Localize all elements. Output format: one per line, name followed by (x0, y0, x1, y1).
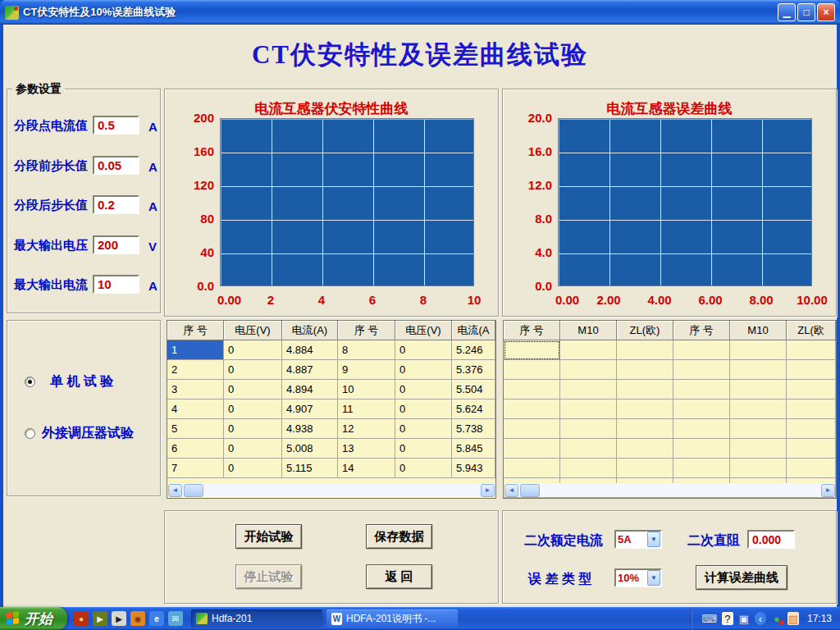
table-cell[interactable]: 5.246 (452, 340, 495, 360)
table-cell[interactable] (787, 419, 836, 439)
table-cell[interactable] (617, 399, 673, 419)
table-cell[interactable]: 0 (395, 419, 452, 439)
table-cell[interactable] (560, 360, 617, 380)
table-cell[interactable] (560, 439, 617, 459)
column-header[interactable]: 电压(V) (395, 321, 452, 340)
table-cell[interactable]: 0 (224, 439, 282, 459)
table-cell[interactable]: 2 (167, 360, 224, 380)
table-cell[interactable] (730, 399, 787, 419)
table-cell[interactable] (504, 380, 560, 399)
table-cell[interactable] (560, 399, 617, 419)
table-cell[interactable] (673, 380, 730, 399)
table-cell[interactable] (560, 380, 617, 399)
start-test-button[interactable]: 开始试验 (235, 524, 302, 549)
column-header[interactable]: 电压(V) (224, 321, 282, 340)
table-cell[interactable] (617, 380, 673, 399)
table-cell[interactable]: 5.845 (452, 439, 495, 459)
start-button[interactable]: 开始 (0, 607, 67, 630)
table-cell[interactable] (673, 399, 730, 419)
table-cell[interactable] (617, 419, 673, 439)
table-cell[interactable]: 0 (224, 419, 282, 439)
table-cell[interactable] (787, 360, 836, 380)
table-cell[interactable]: 5 (167, 419, 224, 439)
table-cell[interactable] (560, 340, 617, 360)
radio-button[interactable] (25, 428, 35, 439)
column-header[interactable]: M10 (730, 321, 787, 340)
quicklaunch-player-dark-icon[interactable]: ▶ (93, 611, 107, 626)
table-cell[interactable]: 0 (395, 439, 452, 459)
table-cell[interactable] (504, 419, 560, 439)
stop-test-button[interactable]: 停止试验 (235, 564, 302, 589)
table-cell[interactable] (504, 439, 560, 459)
param-input[interactable] (93, 235, 139, 254)
error-type-dropdown[interactable]: 10% ▼ (614, 568, 662, 587)
taskbar-task-button[interactable]: Hdfa-201 (191, 609, 322, 628)
table-cell[interactable] (617, 459, 673, 478)
hide-icons-chevron[interactable]: ‹ (755, 612, 766, 625)
table-cell[interactable]: 5.008 (282, 439, 338, 459)
table-cell[interactable]: 5.115 (282, 459, 338, 478)
taskbar-task-button[interactable]: WHDFA-201说明书 -... (326, 609, 458, 628)
scroll-left-button[interactable]: ◄ (168, 484, 182, 497)
mode-option[interactable]: 外接调压器试验 (25, 425, 134, 442)
table-cell[interactable] (673, 360, 730, 380)
table-cell[interactable]: 4.907 (282, 399, 338, 419)
table-cell[interactable]: 0 (224, 340, 282, 360)
chevron-down-icon[interactable]: ▼ (647, 532, 660, 547)
table-cell[interactable]: 0 (395, 459, 452, 478)
column-header[interactable]: 序 号 (673, 321, 730, 340)
table-cell[interactable] (787, 340, 836, 360)
table-cell[interactable]: 10 (338, 380, 395, 399)
table-cell[interactable]: 5.943 (452, 459, 495, 478)
close-button-icon[interactable]: × (817, 3, 835, 21)
display-settings-icon[interactable]: ▨ (788, 612, 799, 625)
table-cell[interactable]: 0 (224, 459, 282, 478)
network-status-icon[interactable]: ● (771, 612, 783, 625)
table-cell[interactable] (504, 360, 560, 380)
quicklaunch-media-red-icon[interactable]: ● (74, 611, 89, 626)
table-cell[interactable]: 0 (395, 380, 452, 399)
table-cell[interactable]: 5.376 (452, 360, 495, 380)
table-cell[interactable]: 4.894 (282, 380, 338, 399)
table-cell[interactable] (504, 340, 560, 360)
table-cell[interactable] (730, 419, 787, 439)
table-cell[interactable] (617, 439, 673, 459)
column-header[interactable]: 序 号 (167, 321, 224, 340)
table-cell[interactable] (560, 459, 617, 478)
secondary-current-dropdown[interactable]: 5A ▼ (614, 530, 662, 549)
secondary-resistance-input[interactable] (747, 530, 795, 549)
table-cell[interactable] (730, 380, 787, 399)
scroll-right-button[interactable]: ► (821, 484, 835, 497)
return-button[interactable]: 返 回 (366, 564, 432, 589)
param-input[interactable] (93, 116, 139, 135)
table-cell[interactable]: 0 (395, 360, 452, 380)
quicklaunch-messenger-icon[interactable]: ✉ (168, 611, 183, 626)
table-cell[interactable] (730, 340, 787, 360)
table-cell[interactable] (673, 459, 730, 478)
param-input[interactable] (93, 156, 139, 175)
scroll-right-button[interactable]: ► (481, 484, 495, 497)
table-cell[interactable]: 5.624 (452, 399, 495, 419)
table-cell[interactable]: 0 (395, 399, 452, 419)
radio-button[interactable] (25, 377, 35, 387)
table-hscrollbar[interactable]: ◄► (504, 483, 835, 497)
quicklaunch-player-icon[interactable]: ▶ (112, 611, 126, 626)
scroll-thumb[interactable] (520, 484, 540, 497)
table-cell[interactable]: 7 (167, 459, 224, 478)
table-cell[interactable]: 11 (338, 399, 395, 419)
table-cell[interactable] (673, 439, 730, 459)
column-header[interactable]: M10 (560, 321, 617, 340)
help-icon[interactable]: ? (722, 612, 733, 625)
table-cell[interactable] (787, 439, 836, 459)
table-cell[interactable] (504, 459, 560, 478)
table-cell[interactable]: 14 (338, 459, 395, 478)
quicklaunch-ie-icon[interactable]: e (149, 611, 164, 626)
table-cell[interactable] (673, 419, 730, 439)
param-input[interactable] (93, 195, 139, 214)
param-input[interactable] (93, 275, 139, 294)
table-cell[interactable] (617, 340, 673, 360)
table-cell[interactable]: 0 (224, 360, 282, 380)
table-cell[interactable] (730, 360, 787, 380)
table-cell[interactable]: 12 (338, 419, 395, 439)
restore-window-icon[interactable]: ▣ (738, 612, 750, 625)
